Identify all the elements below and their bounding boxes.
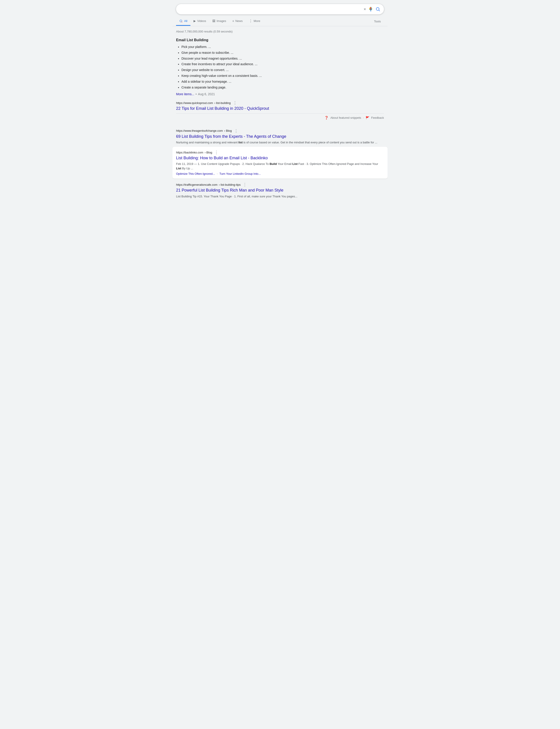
result-url-row: https://www.quicksprout.com › list-build… (176, 100, 384, 105)
featured-source-result: https://www.quicksprout.com › list-build… (176, 98, 384, 123)
more-items-link[interactable]: More items... (176, 92, 194, 96)
more-icon: ⋮ (249, 19, 252, 23)
result-item-agents: https://www.theagentsofchange.com › Blog… (176, 126, 384, 147)
svg-line-3 (379, 10, 380, 11)
list-item: Create a separate landing page. (181, 85, 384, 90)
featured-list: Pick your platform. ... Give people a re… (176, 44, 384, 90)
list-item: Create free incentives to attract your i… (181, 62, 384, 67)
tab-more-label: More (254, 19, 260, 23)
svg-line-5 (182, 22, 182, 22)
news-icon: ≡ (233, 19, 234, 23)
tab-all[interactable]: All (176, 17, 190, 26)
search-bar-container: list building tips × (172, 0, 388, 17)
result-breadcrumb-backlinko: › Blog (205, 151, 212, 154)
all-icon (179, 19, 183, 23)
result-menu-dots-tgc[interactable]: ⋮ (243, 182, 247, 187)
tools-button[interactable]: Tools (371, 17, 384, 25)
result-breadcrumb: › list-building (214, 101, 231, 105)
more-items-date: Aug 6, 2021 (198, 92, 215, 96)
list-item: Pick your platform. ... (181, 44, 384, 50)
tab-images-label: Images (217, 19, 226, 23)
snippet-links-row: Optimize This Often-Ignored... · Turn Yo… (176, 172, 384, 175)
search-icon[interactable] (375, 7, 380, 12)
result-menu-dots[interactable]: ⋮ (233, 100, 237, 105)
snippet-sub-sep: · (217, 172, 218, 175)
list-item: Give people a reason to subscribe. ... (181, 50, 384, 56)
result-snippet-backlinko: Feb 11, 2019 — 1. Use Content Upgrade Po… (176, 162, 384, 170)
search-bar: list building tips × (176, 4, 384, 14)
list-item: Discover your lead magnet opportunities.… (181, 56, 384, 61)
mic-icon[interactable] (368, 7, 373, 12)
tab-all-label: All (184, 19, 187, 23)
featured-snippet-title: Email List Building (176, 38, 384, 42)
featured-snippet: Email List Building Pick your platform. … (176, 36, 384, 126)
list-item: Keep creating high-value content on a co… (181, 73, 384, 79)
more-items-dot: • (196, 92, 197, 96)
tab-videos[interactable]: ▶ Videos (190, 17, 209, 26)
result-item-tgc: https://trafficgenerationcafe.com › list… (176, 179, 384, 201)
question-icon: ❓ (324, 116, 329, 120)
videos-icon: ▶ (194, 19, 196, 23)
snippet-sub-link-1[interactable]: Optimize This Often-Ignored... (176, 172, 215, 175)
result-url-backlinko: https://backlinko.com (176, 151, 203, 154)
tab-news-label: News (235, 19, 243, 23)
result-snippet-agents: Nurturing and maintaining a strong and r… (176, 140, 384, 145)
result-title-backlinko[interactable]: List Building: How to Build an Email Lis… (176, 155, 384, 161)
result-snippet-tgc: List Building Tip #15. Your Thank You Pa… (176, 194, 384, 199)
tab-news[interactable]: ≡ News (229, 17, 246, 26)
clear-icon[interactable]: × (364, 7, 366, 12)
results-stats: About 7,780,000,000 results (0.59 second… (176, 28, 384, 36)
tab-more[interactable]: ⋮ More (246, 17, 263, 26)
about-snippet-link[interactable]: About featured snippets (330, 116, 361, 119)
result-url-agents: https://www.theagentsofchange.com (176, 129, 223, 132)
more-items-row: More items... • Aug 6, 2021 (176, 92, 384, 96)
results-area: About 7,780,000,000 results (0.59 second… (172, 26, 388, 204)
list-item: Design your website to convert. ... (181, 67, 384, 73)
images-icon: 🖼 (212, 19, 215, 23)
about-feedback-dot: · (363, 116, 364, 119)
list-item: Add a sidebar to your homepage. ... (181, 79, 384, 84)
result-url-tgc: https://trafficgenerationcafe.com (176, 183, 218, 186)
result-breadcrumb-agents: › Blog (224, 129, 232, 132)
result-url-row-backlinko: https://backlinko.com › Blog ⋮ (176, 150, 384, 155)
search-input[interactable]: list building tips (180, 7, 361, 11)
result-item-backlinko: https://backlinko.com › Blog ⋮ List Buil… (172, 147, 388, 179)
feedback-link[interactable]: Feedback (371, 116, 384, 119)
tab-images[interactable]: 🖼 Images (209, 17, 229, 26)
result-title-tgc[interactable]: 21 Powerful List Building Tips Rich Man … (176, 188, 384, 193)
result-breadcrumb-tgc: › list-building-tips (219, 183, 241, 186)
snippet-sub-link-2[interactable]: Turn Your LinkedIn Group Into... (220, 172, 261, 175)
feedback-icon: 🚩 (366, 116, 369, 120)
result-url: https://www.quicksprout.com (176, 101, 213, 105)
result-divider (176, 113, 384, 114)
featured-source-title[interactable]: 22 Tips for Email List Building in 2020 … (176, 106, 384, 111)
nav-tabs: All ▶ Videos 🖼 Images ≡ News ⋮ More Tool… (172, 17, 388, 26)
result-menu-dots-agents[interactable]: ⋮ (234, 128, 238, 133)
result-url-row-tgc: https://trafficgenerationcafe.com › list… (176, 182, 384, 187)
tab-videos-label: Videos (197, 19, 206, 23)
result-url-row-agents: https://www.theagentsofchange.com › Blog… (176, 128, 384, 133)
about-snippet-row: ❓ About featured snippets · 🚩 Feedback (176, 114, 384, 121)
result-menu-dots-backlinko[interactable]: ⋮ (214, 150, 218, 155)
result-title-agents[interactable]: 69 List Building Tips from the Experts -… (176, 134, 384, 139)
